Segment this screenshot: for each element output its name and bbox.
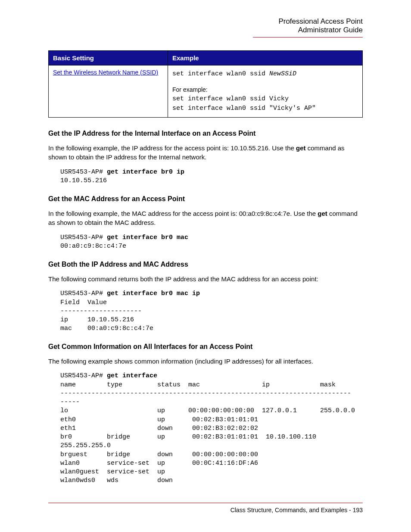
for-example-label: For example: — [172, 85, 358, 94]
section-4-paragraph: The following example shows common infor… — [48, 357, 363, 366]
s2-text-b: get — [318, 210, 327, 217]
s2-cmd: get interface br0 mac — [107, 234, 188, 241]
section-2-title: Get the MAC Address for an Access Point — [48, 195, 363, 203]
settings-table: Basic Setting Example Set the Wireless N… — [48, 50, 363, 118]
section-3-paragraph: The following command returns both the I… — [48, 274, 363, 284]
section-1-code: USR5453-AP# get interface br0 ip 10.10.5… — [60, 168, 363, 186]
doc-header: Professional Access Point Administrator … — [48, 17, 363, 37]
example-cmd-1: set interface wlan0 ssid Vicky — [172, 94, 358, 104]
section-4-title: Get Common Information on All Interfaces… — [48, 343, 363, 351]
s1-text-a: In the following example, the IP address… — [48, 144, 296, 152]
s2-text-a: In the following example, the MAC addres… — [48, 210, 318, 217]
th-example: Example — [168, 51, 363, 65]
th-basic-setting: Basic Setting — [49, 51, 168, 65]
s3-prompt: USR5453-AP# — [60, 290, 107, 297]
section-2-paragraph: In the following example, the MAC addres… — [48, 209, 363, 228]
section-3-title: Get Both the IP Address and MAC Address — [48, 261, 363, 268]
s2-out: 00:a0:c9:8c:c4:7e — [60, 243, 126, 250]
section-4-code: USR5453-AP# get interface name type stat… — [60, 372, 363, 485]
section-1-paragraph: In the following example, the IP address… — [48, 143, 363, 162]
s3-cmd: get interface br0 mac ip — [107, 290, 200, 297]
page: Professional Access Point Administrator … — [0, 0, 411, 531]
header-rule — [253, 37, 363, 37]
section-2-code: USR5453-AP# get interface br0 mac 00:a0:… — [60, 233, 363, 251]
s1-cmd: get interface br0 ip — [107, 168, 184, 176]
s4-out: name type status mac ip mask -----------… — [60, 381, 355, 485]
header-line-1: Professional Access Point — [48, 17, 363, 26]
header-line-2: Administrator Guide — [48, 26, 363, 34]
s1-text-b: get — [296, 144, 306, 152]
table-header-row: Basic Setting Example — [49, 51, 363, 65]
s1-out: 10.10.55.216 — [60, 177, 107, 184]
ssid-link[interactable]: Set the Wireless Network Name (SSID) — [53, 69, 158, 76]
s4-prompt: USR5453-AP# — [60, 372, 107, 380]
cmd-italic: NewSSiD — [269, 70, 296, 78]
s1-prompt: USR5453-AP# — [60, 168, 107, 176]
example-cmd-2: set interface wlan0 ssid "Vicky's AP" — [172, 104, 358, 114]
cmd-text: set interface wlan0 ssid — [172, 70, 269, 78]
footer-rule — [48, 503, 363, 503]
s4-cmd: get interface — [107, 372, 157, 380]
td-example: set interface wlan0 ssid NewSSiD For exa… — [168, 65, 363, 118]
footer-text: Class Structure, Commands, and Examples … — [48, 507, 363, 513]
section-3-code: USR5453-AP# get interface br0 mac ip Fie… — [60, 289, 363, 333]
td-setting: Set the Wireless Network Name (SSID) — [49, 65, 168, 118]
s2-prompt: USR5453-AP# — [60, 234, 107, 241]
section-1-title: Get the IP Address for the Internal Inte… — [48, 130, 363, 137]
table-row: Set the Wireless Network Name (SSID) set… — [49, 65, 363, 118]
s3-out: Field Value --------------------- ip 10.… — [60, 299, 153, 333]
